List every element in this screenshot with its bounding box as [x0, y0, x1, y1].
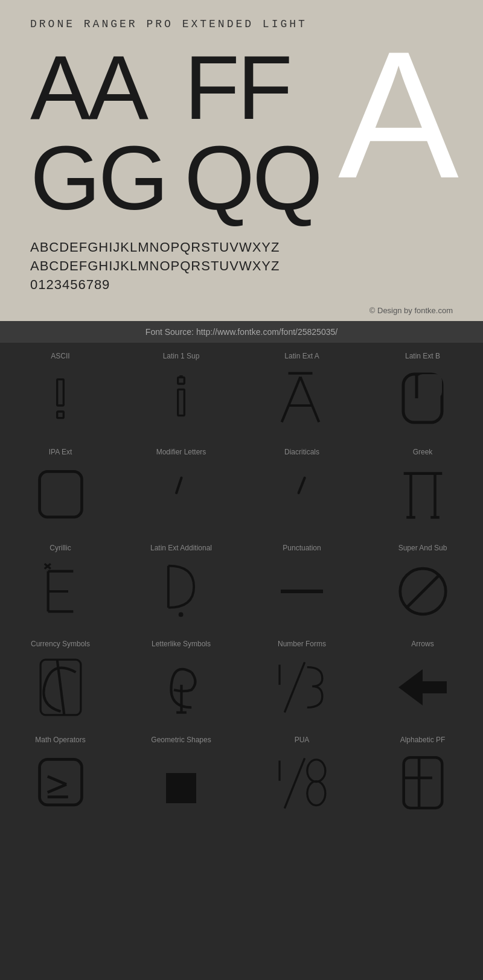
glyph-cell-latinextb: Latin Ext B [362, 343, 483, 439]
svg-line-40 [47, 784, 66, 792]
glyph-cell-arrows: Arrows [362, 631, 483, 727]
svg-rect-42 [166, 773, 196, 803]
svg-rect-2 [178, 378, 185, 384]
glyph-cell-punctuation: Punctuation [242, 535, 362, 631]
glyph-gg: GG [30, 133, 166, 223]
glyph-ff: FF [184, 42, 320, 133]
glyph-cell-currency: Currency Symbols [0, 631, 121, 727]
svg-line-36 [284, 663, 304, 713]
glyph-cell-ipaext: IPA Ext [0, 439, 121, 535]
glyph-cell-ascii: ASCII [0, 343, 121, 439]
svg-line-6 [301, 377, 319, 422]
glyph-cell-latinexta: Latin Ext A [242, 343, 362, 439]
glyph-cell-diacriticals: Diacriticals [242, 439, 362, 535]
glyph-cell-latinextadd: Latin Ext Additional [121, 535, 242, 631]
alphabet-upper: ABCDEFGHIJKLMNOPQRSTUVWXYZ [30, 238, 453, 257]
glyph-aa: AA [30, 42, 166, 133]
svg-rect-3 [178, 390, 185, 416]
glyph-cell-alphabeticpf: Alphabetic PF [362, 727, 483, 822]
copyright: © Design by fontke.com [0, 303, 483, 321]
svg-point-45 [307, 760, 325, 782]
alphabet-section: ABCDEFGHIJKLMNOPQRSTUVWXYZ ABCDEFGHIJKLM… [0, 229, 483, 303]
glyph-cell-greek: Greek [362, 439, 483, 535]
svg-rect-10 [417, 374, 442, 398]
svg-line-30 [408, 576, 438, 607]
glyph-cell-pua: PUA [242, 727, 362, 822]
svg-line-44 [284, 759, 304, 809]
glyph-qq: QQ [184, 133, 320, 223]
svg-point-46 [307, 781, 325, 806]
glyph-cell-latin1sup: Latin 1 Sup [121, 343, 242, 439]
svg-line-13 [176, 478, 181, 493]
svg-rect-12 [39, 472, 82, 518]
font-source-bar: Font Source: http://www.fontke.com/font/… [0, 321, 483, 343]
svg-rect-0 [57, 380, 64, 406]
glyph-cell-numberforms: Number Forms [242, 631, 362, 727]
svg-line-39 [47, 777, 66, 784]
glyph-cell-modletters: Modifier Letters [121, 439, 242, 535]
glyph-cell-letterlike: Letterlike Symbols [121, 631, 242, 727]
glyph-cell-cyrillic: Cyrillic [0, 535, 121, 631]
glyph-grid: ASCII Latin 1 Sup Latin Ext A [0, 343, 483, 822]
hero-section: DRONE RANGER PRO EXTENDED LIGHT AA GG FF… [0, 0, 483, 229]
svg-marker-37 [398, 669, 447, 705]
svg-line-5 [282, 377, 301, 422]
glyph-hero-a: A [338, 24, 459, 205]
svg-rect-47 [404, 758, 443, 809]
digits: 0123456789 [30, 276, 453, 294]
svg-line-14 [298, 478, 304, 493]
glyph-cell-geoshapes: Geometric Shapes [121, 727, 242, 822]
glyph-cell-mathops: Math Operators [0, 727, 121, 822]
svg-rect-4 [179, 375, 182, 377]
svg-point-27 [179, 612, 184, 617]
glyph-cell-superandsub: Super And Sub [362, 535, 483, 631]
svg-rect-1 [57, 412, 64, 418]
alphabet-lower: ABCDEFGHIJKLMNOPQRSTUVWXYZ [30, 257, 453, 276]
